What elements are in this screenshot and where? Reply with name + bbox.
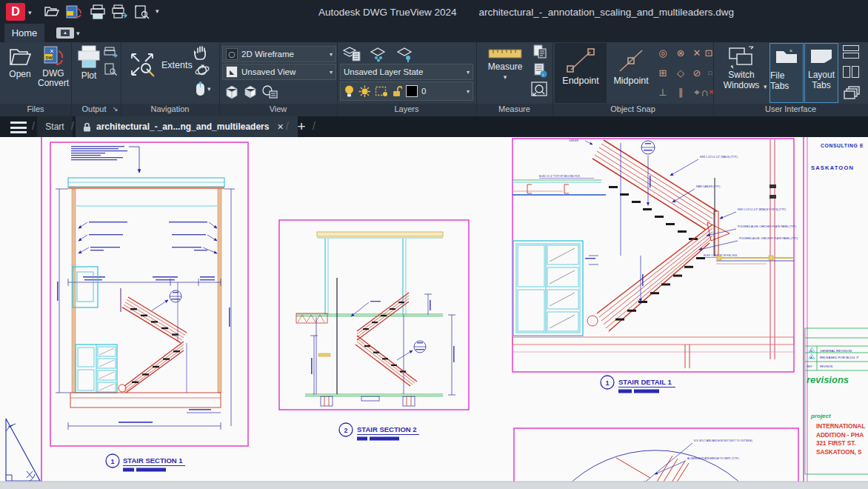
magnet-glyph: ∩ [701,86,709,99]
named-views-icon[interactable] [261,84,278,103]
layer-color-swatch [406,85,418,97]
snap-parallel-icon[interactable]: ∥ [672,84,689,101]
open-folder-icon [8,45,32,67]
properties-palette-icon[interactable]: i [532,62,548,82]
drawing-svg[interactable]: 1 STAIR SECTION 1 [0,137,868,489]
endpoint-button[interactable]: Endpoint [555,43,607,103]
document-title: architectural_-_annotation_scaling_and_m… [479,7,734,18]
dwg-convert-icon[interactable] [65,4,83,19]
tab-home[interactable]: Home [4,24,44,42]
dwg-convert-label: DWG Convert [37,69,70,88]
ribbon-collapse-button[interactable]: ▲ [56,27,74,39]
snap-toggle-magnet-icon[interactable]: ∩✕ [699,84,715,101]
layer-unlock-icon [392,85,402,98]
tab-document-label: architectural_-_an...ng_and_multileaders [96,122,269,132]
tab-close-icon[interactable]: × [277,121,283,133]
cascade-icon[interactable] [843,85,861,103]
dwg-convert-button[interactable]: DW DWG Convert [37,45,70,88]
quick-access-more-icon[interactable]: ▾ [156,7,159,15]
pan-icon[interactable] [194,44,210,63]
svg-text:S.S. BOLT AND ANCHOR NUT (NOT: S.S. BOLT AND ANCHOR NUT (NOT TO OUTSIDE… [694,439,752,442]
plot-preview-icon[interactable] [133,4,151,19]
files-panel-label[interactable]: Files [0,104,71,116]
tile-horizontally-icon[interactable] [843,45,859,59]
mouse-settings-icon[interactable]: ▾ [194,81,211,97]
svg-text:i: i [543,73,544,77]
batch-plot-icon[interactable] [111,4,129,19]
user-interface-panel-label[interactable]: User Interface [713,104,868,116]
open-icon[interactable] [43,4,61,19]
stair-section-2-label: 2 STAIR SECTION 2 [339,423,419,441]
layer-on-bulb-icon [344,84,355,98]
print-icon[interactable] [89,4,107,19]
layer-dropdown[interactable]: 0 ▾ [340,82,473,101]
area-inquiry-icon[interactable] [530,81,550,102]
box-view-icon[interactable] [224,83,240,104]
tab-separator: / [71,120,74,132]
plot-button[interactable]: Plot [76,45,102,81]
svg-text:SASKATOON, S: SASKATOON, S [816,449,862,456]
isometric-view-icon[interactable] [243,84,258,103]
tile-vertically-icon[interactable] [843,66,859,78]
snap-center-icon[interactable]: ◎ [655,45,671,61]
view-state-dropdown[interactable]: ◣ Unsaved View ▾ [222,64,336,80]
plot-label: Plot [81,70,97,81]
tab-document-active[interactable]: architectural_-_an...ng_and_multileaders… [76,116,298,137]
snap-insertion-icon[interactable]: ⊞ [655,65,671,82]
measure-label: Measure [488,61,523,72]
app-logo[interactable]: D [6,3,25,21]
new-tab-button[interactable]: + [293,118,310,136]
mouse-caret-icon: ▾ [207,85,211,93]
app-title: Autodesk DWG TrueView 2024 [318,7,457,18]
layout-tabs-icon [808,44,835,69]
preview-small-icon[interactable] [104,63,118,79]
layer-isolate-icon[interactable] [395,46,415,65]
object-snap-panel-label[interactable]: Object Snap [552,104,713,116]
measure-panel-label[interactable]: Measure [476,104,552,116]
switch-windows-label: Switch Windows [717,70,766,91]
stair-section-1-label: 1 STAIR SECTION 1 [106,454,185,472]
snap-extension-icon[interactable]: ⊡ [701,45,717,61]
svg-text:DW: DW [46,56,53,60]
layer-properties-icon[interactable] [342,44,361,65]
layout-tabs-button[interactable]: Layout Tabs [804,43,838,103]
view-state-caret-icon: ▾ [330,69,333,76]
tab-separator: / [32,120,35,132]
switch-windows-caret-icon[interactable]: ▾ [764,83,767,90]
orbit-icon[interactable] [194,62,210,82]
svg-text:1: 1 [605,379,609,387]
menu-hamburger-icon[interactable] [10,122,27,133]
quick-properties-icon[interactable] [532,44,548,63]
visual-style-dropdown[interactable]: ◯ 2D Wireframe ▾ [222,46,336,62]
batch-plot-small-icon[interactable] [104,47,118,61]
layer-state-caret-icon: ▾ [467,69,470,76]
collapse-caret-icon[interactable]: ▾ [76,30,80,37]
viewport-stair-section-1: 1 STAIR SECTION 1 [50,142,248,472]
project-label-text: project [810,413,831,419]
zoom-extents-icon[interactable] [126,48,158,84]
svg-text:HSS 1-1/2"x1-1/2" (RAILS) (TYP: HSS 1-1/2"x1-1/2" (RAILS) (TYP.) [700,156,738,159]
output-dialog-launcher-icon[interactable]: ↘ [113,105,118,113]
open-button[interactable]: Open [6,45,34,79]
svg-text:×: × [789,48,792,53]
layer-state-dropdown[interactable]: Unsaved Layer State ▾ [340,64,473,80]
view-panel-label[interactable]: View [219,104,337,116]
snap-point-icon[interactable]: □ [702,65,718,82]
snap-quadrant-icon[interactable]: ◇ [672,65,689,82]
app-menu-caret-icon[interactable]: ▾ [28,9,32,16]
layer-freeze-icon[interactable] [369,46,388,65]
navigation-panel-label[interactable]: Navigation [121,104,219,116]
output-panel-label[interactable]: Output [71,104,117,116]
file-tabs-button[interactable]: × File Tabs [769,43,804,103]
measure-button[interactable]: Measure ▾ [483,47,527,81]
endpoint-label: Endpoint [555,76,607,86]
layers-panel-label[interactable]: Layers [337,104,476,116]
switch-windows-icon [727,45,756,69]
switch-windows-button[interactable]: Switch Windows [717,45,766,91]
tab-start[interactable]: Start [37,116,73,137]
drawing-canvas[interactable]: 1 STAIR SECTION 1 [0,137,868,489]
svg-text:GIRDER: GIRDER [569,139,579,142]
midpoint-button[interactable]: Midpoint [608,43,654,103]
snap-node-icon[interactable]: ⊗ [672,45,689,61]
snap-perpendicular-icon[interactable]: ⊥ [655,84,671,101]
